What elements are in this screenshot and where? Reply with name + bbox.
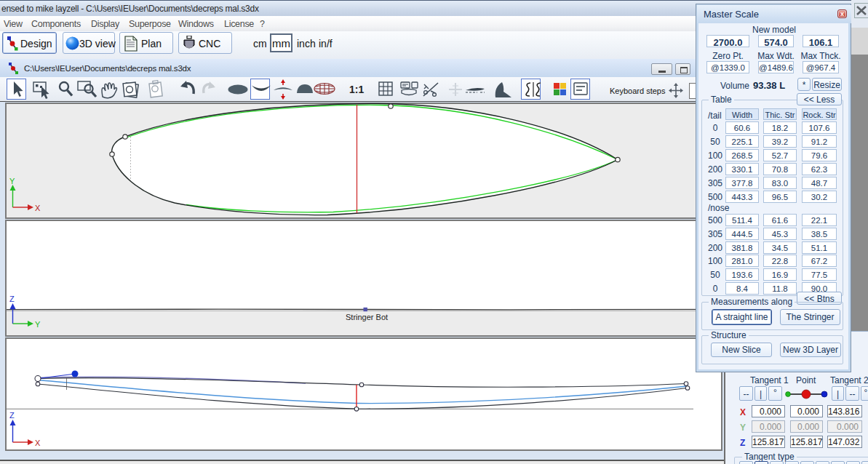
svg-text:X: X (35, 204, 41, 212)
svg-text:Y: Y (9, 177, 15, 185)
svg-text:Stringer Bot: Stringer Bot (346, 313, 388, 321)
svg-text:Z: Z (9, 411, 15, 420)
svg-text:X: X (35, 439, 41, 447)
svg-text:Z: Z (9, 295, 15, 303)
svg-text:Y: Y (35, 320, 41, 329)
